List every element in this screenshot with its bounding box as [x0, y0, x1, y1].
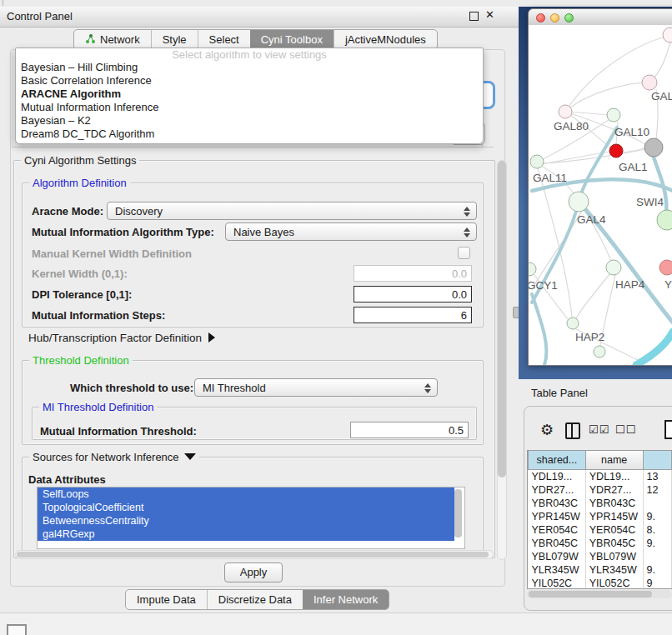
- data-attributes-list[interactable]: SelfLoopsTopologicalCoefficientBetweenne…: [37, 487, 465, 549]
- attribute-item[interactable]: SelfLoops: [38, 488, 454, 501]
- gear-icon[interactable]: ⚙: [540, 421, 554, 439]
- tab-select[interactable]: Select: [198, 30, 250, 49]
- network-node[interactable]: [606, 260, 621, 275]
- mi-type-select[interactable]: Naive Bayes: [225, 222, 477, 241]
- tab-infer-network[interactable]: Infer Network: [303, 590, 389, 609]
- tab-jactivemnodules[interactable]: jActiveMNodules: [333, 30, 437, 49]
- tab-impute-data[interactable]: Impute Data: [126, 590, 207, 609]
- expanded-arrow-icon[interactable]: [184, 453, 196, 460]
- algorithm-option[interactable]: Dream8 DC_TDC Algorithm: [16, 128, 483, 141]
- attribute-item[interactable]: gal4RGexp: [38, 528, 454, 541]
- table-cell: YLR345W: [529, 563, 586, 577]
- tab-cyni-toolbox[interactable]: Cyni Toolbox: [250, 30, 333, 49]
- settings-vscrollbar-thumb[interactable]: [498, 161, 506, 478]
- aracne-mode-select[interactable]: Discovery: [107, 202, 477, 220]
- network-edge[interactable]: [576, 273, 610, 318]
- network-node[interactable]: [663, 28, 672, 42]
- network-node[interactable]: [569, 192, 589, 212]
- tab-discretize-data[interactable]: Discretize Data: [207, 590, 303, 609]
- table-row[interactable]: YDR27...YDR27...12: [529, 483, 672, 497]
- table-row[interactable]: YPR145WYPR145W9.: [529, 510, 672, 523]
- close-window-icon[interactable]: [536, 13, 545, 22]
- network-node[interactable]: [607, 108, 620, 122]
- mi-steps-field[interactable]: 6: [354, 307, 472, 323]
- network-view[interactable]: GAL7GAL80GAL10GAL1GAL11SWI4GAL4GCY1HAP4Y…: [529, 25, 672, 365]
- table-cell: 8.: [643, 523, 671, 537]
- table-row[interactable]: YDL19...YDL19...13: [529, 470, 672, 484]
- table-row[interactable]: YBL079WYBL079W: [529, 550, 672, 563]
- network-edge[interactable]: [652, 42, 670, 80]
- zoom-window-icon[interactable]: [564, 13, 574, 22]
- network-edge[interactable]: [538, 168, 572, 317]
- network-edge[interactable]: [636, 332, 672, 365]
- network-node-label: Y: [664, 278, 672, 291]
- network-node[interactable]: [642, 75, 657, 90]
- table-cell: YBR043C: [585, 497, 643, 510]
- settings-hscrollbar-thumb[interactable]: [17, 552, 489, 558]
- column-selector-icon[interactable]: [565, 422, 580, 439]
- algorithm-option[interactable]: ARACNE Algorithm: [16, 88, 483, 101]
- deselect-all-checkboxes-icon[interactable]: ☐☐: [615, 423, 636, 436]
- float-window-icon[interactable]: [469, 12, 479, 21]
- attribute-item[interactable]: BetweennessCentrality: [38, 514, 454, 528]
- network-node[interactable]: [567, 318, 579, 329]
- network-node-label: HAP4: [615, 278, 645, 291]
- kernel-width-field[interactable]: 0.0: [354, 265, 472, 282]
- network-node[interactable]: [559, 105, 572, 118]
- algorithm-option[interactable]: Mutual Information Inference: [16, 101, 483, 114]
- network-node[interactable]: [644, 138, 663, 157]
- network-node[interactable]: [529, 262, 536, 276]
- bottom-tab-bar: Impute Data Discretize Data Infer Networ…: [125, 589, 389, 610]
- new-table-icon[interactable]: [664, 420, 672, 439]
- close-icon[interactable]: ✕: [485, 8, 494, 21]
- hub-definition-label: Hub/Transcription Factor Definition: [28, 332, 202, 344]
- network-node[interactable]: [594, 346, 605, 358]
- minimize-window-icon[interactable]: [550, 13, 559, 22]
- table-cell: YER054C: [529, 523, 586, 537]
- selected-value: MI Threshold: [203, 382, 266, 394]
- table-row[interactable]: YBR045CYBR045C9.: [529, 537, 672, 550]
- group-title: Cyni Algorithm Settings: [21, 154, 139, 167]
- hub-definition-expander[interactable]: Hub/Transcription Factor Definition: [28, 332, 215, 344]
- column-header[interactable]: name: [585, 451, 643, 470]
- network-node[interactable]: [530, 155, 544, 168]
- network-window-titlebar[interactable]: [529, 9, 672, 26]
- which-threshold-select[interactable]: MI Threshold: [194, 378, 438, 397]
- tab-style[interactable]: Style: [151, 30, 198, 49]
- dock-panel-icon[interactable]: [7, 624, 27, 635]
- table-cell: YDL19...: [585, 470, 643, 484]
- algorithm-option[interactable]: Bayesian – K2: [16, 114, 483, 128]
- column-header[interactable]: shared...: [529, 451, 586, 470]
- table-cell: YBL079W: [529, 550, 586, 563]
- manual-kernel-label: Manual Kernel Width Definition: [32, 248, 192, 260]
- table-row[interactable]: YLR345WYLR345W9.: [529, 563, 672, 577]
- algorithm-option[interactable]: Basic Correlation Inference: [16, 74, 483, 88]
- column-header[interactable]: [643, 451, 671, 470]
- table-row[interactable]: YER054CYER054C8.: [529, 523, 672, 537]
- table-hscrollbar-thumb[interactable]: [529, 591, 652, 598]
- select-all-checkboxes-icon[interactable]: ☑☑: [589, 423, 609, 436]
- tab-network[interactable]: Network: [74, 30, 151, 49]
- table-cell: YLR345W: [585, 563, 643, 577]
- table-row[interactable]: YBR043CYBR043C: [529, 497, 672, 510]
- table-row[interactable]: YIL052CYIL052C9: [529, 577, 672, 589]
- network-edge[interactable]: [532, 211, 582, 289]
- mi-type-label: Mutual Information Algorithm Type:: [32, 226, 214, 238]
- attribute-item[interactable]: TopologicalCoefficient: [38, 501, 454, 514]
- splitter-notch: [3, 0, 3, 6]
- network-window: GAL7GAL80GAL10GAL1GAL11SWI4GAL4GCY1HAP4Y…: [528, 8, 672, 366]
- network-edge[interactable]: [532, 294, 546, 365]
- group-title: MI Threshold Definition: [39, 401, 157, 413]
- list-scrollbar-thumb[interactable]: [454, 489, 462, 538]
- dpi-tolerance-field[interactable]: 0.0: [354, 286, 472, 302]
- network-node[interactable]: [657, 210, 672, 230]
- network-edge[interactable]: [565, 82, 649, 112]
- apply-button[interactable]: Apply: [224, 562, 283, 582]
- algorithm-option[interactable]: Bayesian – Hill Climbing: [16, 61, 483, 74]
- tab-label: Select: [209, 33, 239, 46]
- spinner-arrows-icon: [424, 382, 431, 394]
- network-node[interactable]: [659, 260, 672, 275]
- mi-threshold-field[interactable]: 0.5: [350, 422, 469, 438]
- manual-kernel-checkbox[interactable]: [458, 247, 470, 259]
- network-node[interactable]: [609, 144, 623, 158]
